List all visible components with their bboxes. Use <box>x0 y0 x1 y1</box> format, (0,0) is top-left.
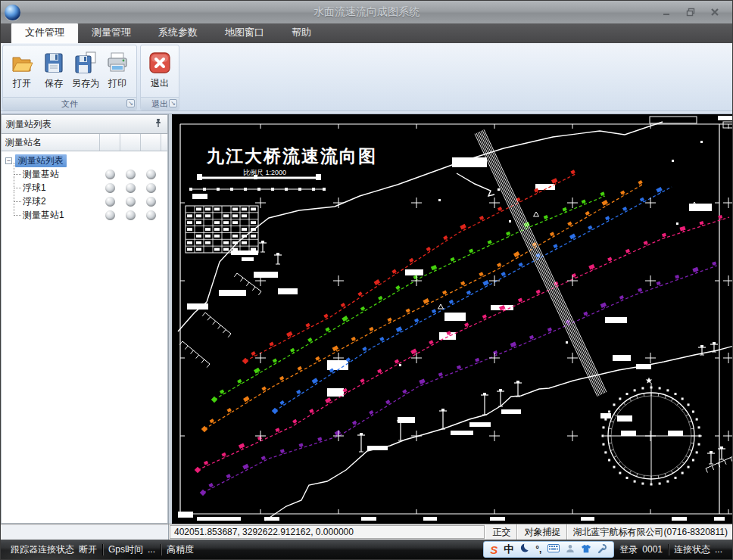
save-as-icon <box>73 51 98 75</box>
tab-measure-management[interactable]: 测量管理 <box>78 23 145 43</box>
restore-button[interactable] <box>682 6 699 18</box>
status-led <box>141 170 161 179</box>
status-led <box>120 183 141 193</box>
tracker-status-value: 断开 <box>79 543 97 556</box>
skin-tshirt-icon[interactable] <box>581 544 591 555</box>
ortho-toggle[interactable]: 正交 <box>485 524 517 540</box>
wrench-icon[interactable] <box>597 543 607 555</box>
status-sphere-icon <box>146 197 156 207</box>
ribbon-empty-area <box>182 45 732 110</box>
tree-root-label[interactable]: 测量站列表 <box>15 154 67 167</box>
tab-map-window[interactable]: 地图窗口 <box>211 23 278 43</box>
cad-drawing[interactable]: 九江大桥流速流向图比例尺 1:2000 <box>172 114 733 525</box>
status-led <box>141 197 161 207</box>
svg-text:比例尺 1:2000: 比例尺 1:2000 <box>243 169 286 176</box>
status-led <box>100 170 120 179</box>
sogou-icon[interactable]: S <box>490 543 498 556</box>
title-bar: 水面流速流向成图系统 <box>1 1 732 23</box>
connection-status-label[interactable]: 连接状态 <box>674 543 710 556</box>
status-led <box>120 170 141 179</box>
app-window: 水面流速流向成图系统 文件管理 测量管理 系统参数 地图窗口 帮助 <box>0 0 733 560</box>
tree-item-base-station[interactable]: 测量基站 <box>2 167 167 181</box>
window-title: 水面流速流向成图系统 <box>1 5 732 19</box>
status-sphere-icon <box>105 170 115 179</box>
gps-time-label: Gps时间 <box>108 543 143 556</box>
print-button[interactable]: 打印 <box>101 48 133 92</box>
status-sphere-icon <box>105 197 115 207</box>
status-led <box>100 197 120 207</box>
close-button[interactable] <box>706 6 723 18</box>
ribbon-group-exit-caption: 退出 <box>141 97 179 110</box>
save-as-button[interactable]: 另存为 <box>70 48 101 92</box>
status-sphere-icon <box>126 197 136 207</box>
panel-title: 测量站列表 <box>6 118 51 131</box>
company-label: 湖北蓝宇航标有限公司(0716-8320811) <box>567 524 732 540</box>
ime-toolbar: S 中 °, <box>483 541 614 558</box>
punctuation-icon[interactable]: °, <box>535 544 541 555</box>
open-button[interactable]: 打开 <box>6 48 38 92</box>
ribbon-group-file: 打开 保存 <box>2 45 137 110</box>
status-led <box>120 210 141 220</box>
station-grid-header: 测量站名 <box>1 134 168 151</box>
tree-collapse-icon[interactable] <box>5 157 12 164</box>
exit-button[interactable]: 退出 <box>144 48 176 92</box>
status-led <box>100 183 120 193</box>
object-snap-toggle[interactable]: 对象捕捉 <box>517 524 567 540</box>
exit-icon <box>148 51 172 75</box>
tree-item-base-station-1[interactable]: 测量基站1 <box>2 208 167 222</box>
gps-time-value: ... <box>148 544 155 555</box>
cursor-coordinates: 402051.853687, 3292622.912162, 0.000000 <box>170 525 485 539</box>
ribbon-group-file-caption: 文件 <box>3 97 136 110</box>
status-led <box>141 183 161 193</box>
chinese-mode-icon[interactable]: 中 <box>504 543 513 556</box>
status-sphere-icon <box>105 210 115 220</box>
column-header-2[interactable] <box>120 134 141 151</box>
open-folder-icon <box>10 51 34 75</box>
status-led <box>100 210 120 220</box>
keyboard-icon[interactable] <box>547 544 560 555</box>
station-tree: 测量站列表 测量基站 浮球1 浮球2 <box>1 151 168 524</box>
tree-root-row[interactable]: 测量站列表 <box>2 154 167 167</box>
ribbon-group-exit: 退出 退出 <box>140 45 179 110</box>
moon-icon[interactable] <box>519 543 529 555</box>
login-label: 登录 <box>619 543 638 556</box>
tab-help[interactable]: 帮助 <box>278 23 325 43</box>
precision-label: 高精度 <box>167 543 194 556</box>
tab-system-params[interactable]: 系统参数 <box>145 23 211 43</box>
status-led <box>141 210 161 220</box>
tree-item-float-1[interactable]: 浮球1 <box>2 181 167 194</box>
column-header-3[interactable] <box>141 134 161 151</box>
dialog-launcher-icon[interactable] <box>126 99 135 107</box>
coordinate-bar: 402051.853687, 3292622.912162, 0.000000 … <box>1 524 732 540</box>
tab-file-management[interactable]: 文件管理 <box>11 23 78 43</box>
column-header-1[interactable] <box>100 134 120 151</box>
panel-header: 测量站列表 <box>1 114 168 134</box>
pin-icon[interactable] <box>154 118 163 130</box>
status-sphere-icon <box>126 183 136 193</box>
status-sphere-icon <box>105 183 115 193</box>
status-bar: 跟踪器连接状态 断开 Gps时间 ... 高精度 S 中 °, <box>1 540 732 559</box>
login-id: 0001 <box>642 544 663 555</box>
tree-item-float-2[interactable]: 浮球2 <box>2 194 167 208</box>
user-icon[interactable] <box>566 544 575 555</box>
cad-viewport[interactable]: 九江大桥流速流向图比例尺 1:2000 <box>169 114 733 524</box>
status-sphere-icon <box>126 170 136 179</box>
save-button[interactable]: 保存 <box>38 48 70 92</box>
printer-icon <box>105 51 129 75</box>
status-led <box>120 197 141 207</box>
svg-text:九江大桥流速流向图: 九江大桥流速流向图 <box>206 146 377 166</box>
station-list-panel: 测量站列表 测量站名 测量站列表 测量基站 <box>1 114 169 524</box>
status-sphere-icon <box>126 210 136 220</box>
status-sphere-icon <box>146 210 156 220</box>
ribbon-tab-bar: 文件管理 测量管理 系统参数 地图窗口 帮助 <box>1 23 732 43</box>
ribbon: 打开 保存 <box>1 43 732 111</box>
column-header-station-name[interactable]: 测量站名 <box>2 134 100 151</box>
connection-status-more: ... <box>715 544 722 555</box>
coordinate-bar-left-pad <box>1 524 169 540</box>
status-sphere-icon <box>146 183 156 193</box>
dialog-launcher-icon[interactable] <box>169 99 177 107</box>
minimize-button[interactable] <box>658 6 675 18</box>
save-floppy-icon <box>42 51 66 75</box>
status-sphere-icon <box>146 170 156 179</box>
tracker-status-label: 跟踪器连接状态 <box>11 543 74 556</box>
